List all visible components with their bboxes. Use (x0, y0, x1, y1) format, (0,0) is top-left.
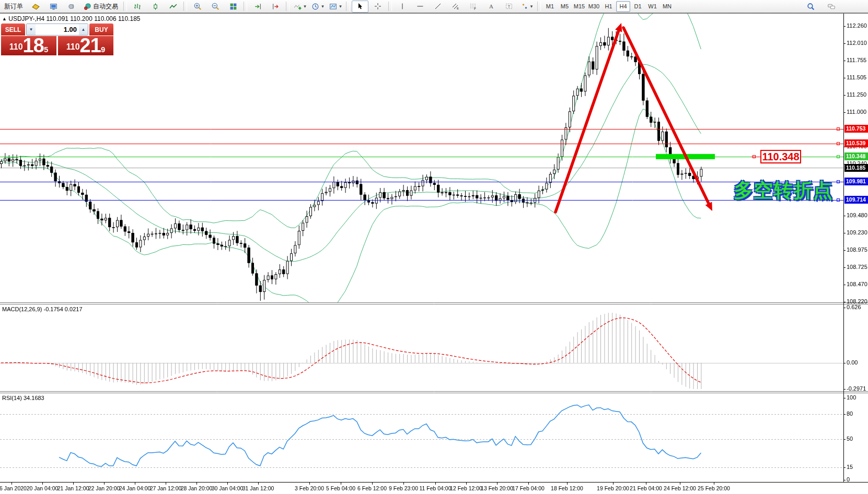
signal-icon[interactable] (63, 1, 79, 13)
price-badge-110.185: 110.185 (844, 164, 868, 172)
market-watch-icon[interactable] (27, 1, 44, 13)
chevron-down-icon: ▾ (530, 4, 533, 9)
zoom-out-icon[interactable] (207, 1, 224, 13)
chart-window: ▲ USDJPY-,H4 110.091 110.200 110.006 110… (0, 13, 868, 494)
price-badge-110.753: 110.753 (844, 125, 868, 133)
volume-stepper: ▼ ▲ (26, 23, 88, 36)
fibonacci-icon[interactable]: F (465, 1, 482, 13)
rsi-indicator-label: RSI(14) 34.1683 (2, 395, 44, 401)
chat-icon[interactable] (823, 1, 840, 13)
search-icon[interactable] (802, 1, 819, 13)
timeframe-button-w1[interactable]: W1 (645, 1, 659, 12)
main-toolbar: 新订单 自动交易 ▾ ▾ (0, 0, 868, 13)
arrows-icon (521, 3, 528, 10)
timeframe-group: M1M5M15M30H1H4D1W1MN (543, 1, 674, 12)
timeframe-button-m1[interactable]: M1 (543, 1, 557, 12)
svg-text:F: F (474, 7, 476, 10)
indicators-icon (294, 3, 302, 10)
chart-canvas[interactable] (0, 14, 868, 494)
volume-input[interactable] (36, 24, 79, 35)
timeframe-button-m30[interactable]: M30 (587, 1, 601, 12)
buy-label: BUY (89, 23, 113, 36)
horizontal-line-icon[interactable] (412, 1, 429, 13)
chart-annotation-text: 多空转折点 (734, 178, 833, 204)
new-order-button[interactable]: 新订单 (1, 1, 26, 13)
arrows-button[interactable]: ▾ (518, 1, 535, 13)
price-badge-110.539: 110.539 (844, 139, 868, 147)
cursor-icon[interactable] (352, 1, 368, 13)
volume-increase-button[interactable]: ▲ (79, 24, 88, 35)
crosshair-icon[interactable] (369, 1, 386, 13)
buy-price-main: 21 (80, 36, 101, 55)
macd-name: MACD(12,26,9) (2, 306, 42, 312)
svg-text:T: T (508, 4, 511, 9)
toolbar-separator (183, 2, 187, 11)
line-chart-icon[interactable] (165, 1, 181, 13)
chevron-down-icon: ▾ (339, 4, 342, 9)
templates-button[interactable]: ▾ (327, 1, 344, 13)
rsi-value: 34.1683 (24, 395, 44, 401)
macd-indicator-label: MACD(12,26,9) -0.1754 0.0217 (2, 306, 83, 312)
text-icon[interactable]: A (483, 1, 500, 13)
periods-icon (311, 3, 319, 10)
text-label-icon[interactable]: T (501, 1, 517, 13)
rsi-name: RSI(14) (2, 395, 22, 401)
zoom-in-icon[interactable] (189, 1, 206, 13)
auto-trading-icon (84, 3, 91, 10)
auto-scroll-icon[interactable] (249, 1, 266, 13)
toolbar-separator (346, 2, 350, 11)
symbol-triangle-icon: ▲ (2, 16, 7, 21)
templates-icon (329, 3, 337, 10)
sell-price-sup: 5 (44, 36, 48, 63)
toolbar-separator (286, 2, 290, 11)
indicators-button[interactable]: ▾ (292, 1, 308, 13)
periods-button[interactable]: ▾ (309, 1, 326, 13)
sell-label: SELL (1, 23, 25, 36)
price-badge-110.348: 110.348 (844, 152, 868, 160)
navigator-icon[interactable] (45, 1, 62, 13)
tile-windows-icon[interactable] (225, 1, 241, 13)
chevron-down-icon: ▾ (304, 4, 306, 9)
chart-title: ▲ USDJPY-,H4 110.091 110.200 110.006 110… (2, 15, 140, 22)
candlestick-chart-icon[interactable] (147, 1, 164, 13)
timeframe-button-m15[interactable]: M15 (572, 1, 586, 12)
buy-price-sup: 9 (101, 36, 105, 63)
timeframe-button-d1[interactable]: D1 (631, 1, 645, 12)
buy-button[interactable]: 110 21 9 (58, 36, 113, 55)
price-badge-109.714: 109.714 (844, 196, 868, 204)
sell-price-main: 18 (23, 36, 44, 55)
sell-button[interactable]: 110 18 5 (1, 36, 56, 55)
toolbar-separator (388, 2, 392, 11)
auto-trading-button[interactable]: 自动交易 (80, 1, 121, 13)
buy-price-big: 110 (66, 39, 80, 55)
auto-trading-label: 自动交易 (93, 2, 118, 11)
sell-price-big: 110 (9, 39, 23, 55)
one-click-trading-panel: SELL ▼ ▲ BUY 110 18 5 110 21 9 (1, 23, 113, 55)
toolbar-separator (537, 2, 541, 11)
svg-text:A: A (489, 3, 493, 9)
toolbar-separator (123, 2, 127, 11)
new-order-label: 新订单 (4, 2, 23, 11)
timeframe-button-mn[interactable]: MN (660, 1, 674, 12)
chart-shift-icon[interactable] (267, 1, 284, 13)
timeframe-button-h1[interactable]: H1 (601, 1, 616, 12)
macd-signal-value: 0.0217 (65, 306, 83, 312)
timeframe-button-m5[interactable]: M5 (558, 1, 572, 12)
chart-symbol-period: USDJPY-,H4 (8, 15, 44, 22)
timeframe-button-h4[interactable]: H4 (616, 1, 630, 12)
vertical-line-icon[interactable] (394, 1, 411, 13)
channel-icon[interactable]: E (447, 1, 464, 13)
toolbar-right-group (802, 1, 840, 13)
trendline-icon[interactable] (430, 1, 446, 13)
toolbar-separator (244, 2, 247, 11)
chevron-down-icon: ▾ (321, 4, 324, 9)
price-callout-label: 110.348 (760, 150, 801, 163)
macd-main-value: -0.1754 (43, 306, 63, 312)
chart-ohlc-values: 110.091 110.200 110.006 110.185 (47, 15, 141, 22)
svg-text:E: E (457, 7, 459, 10)
price-badge-109.981: 109.981 (844, 178, 868, 185)
volume-decrease-button[interactable]: ▼ (27, 24, 36, 35)
bar-chart-icon[interactable] (129, 1, 146, 13)
